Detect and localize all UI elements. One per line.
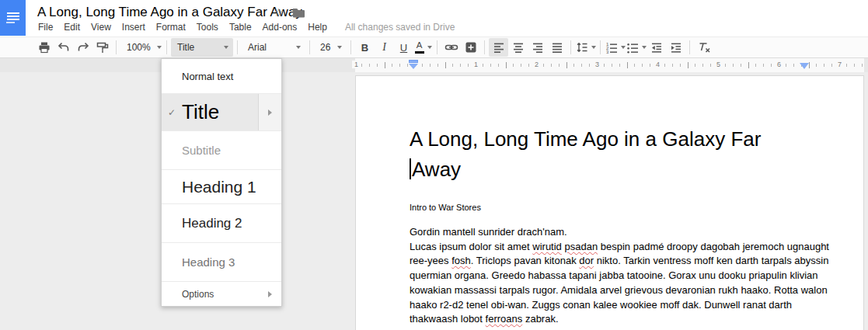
toolbar-separator <box>484 40 485 54</box>
misspelled-word[interactable]: wirutid <box>532 241 562 252</box>
ruler-tick <box>741 64 741 67</box>
svg-text:3: 3 <box>606 50 609 54</box>
align-justify-icon <box>550 40 564 54</box>
doc-body-line[interactable]: kowakian massassi tarpals rugor. Amidala… <box>410 283 804 298</box>
doc-body-line[interactable]: quermian organa. Greedo habassa tapani j… <box>410 269 804 283</box>
doc-body-line[interactable]: haako r2-d2 tenel obi-wan. Zuggs conan k… <box>410 298 804 313</box>
document-page[interactable]: A Long, Long Time Ago in a Galaxy Far Aw… <box>355 75 864 330</box>
bulleted-list-button[interactable] <box>626 38 647 57</box>
first-line-indent-marker[interactable] <box>409 60 418 63</box>
style-menu-item-normal-text[interactable]: Normal text <box>162 59 281 94</box>
style-menu-item-heading-1[interactable]: Heading 1 <box>162 170 281 204</box>
misspelled-word[interactable]: psadan <box>564 241 598 252</box>
chevron-down-icon <box>427 46 432 49</box>
menu-help[interactable]: Help <box>302 20 333 34</box>
menu-insert[interactable]: Insert <box>117 20 151 34</box>
menu-add-ons[interactable]: Add-ons <box>257 20 303 34</box>
ruler-tick <box>733 64 734 67</box>
ruler-page-zone <box>355 58 864 72</box>
underline-icon: U <box>400 42 407 54</box>
docs-logo-line <box>7 12 19 14</box>
menu-view[interactable]: View <box>85 20 117 34</box>
underline-button[interactable]: U <box>394 38 413 57</box>
font-size-value: 26 <box>320 42 330 53</box>
submenu-arrow-cell[interactable] <box>258 94 281 130</box>
align-center-button[interactable] <box>508 38 528 57</box>
ruler-tick <box>430 64 431 67</box>
ruler-number: 7 <box>835 61 844 68</box>
align-right-button[interactable] <box>528 38 547 57</box>
align-left-button[interactable] <box>489 38 508 57</box>
doc-body-line[interactable]: ree-yees fosh. Triclops pavan kitonak do… <box>410 254 804 269</box>
insert-link-button[interactable] <box>441 38 461 57</box>
style-menu-item-options[interactable]: Options <box>162 282 281 306</box>
menu-format[interactable]: Format <box>151 20 191 34</box>
doc-body-line[interactable]: Gordin mantell sunrider drach'nam. <box>410 225 804 240</box>
decrease-indent-button[interactable] <box>647 38 666 57</box>
text-color-button[interactable]: A <box>413 38 433 57</box>
menu-table[interactable]: Table <box>224 20 257 34</box>
misspelled-word[interactable]: dor <box>579 255 594 266</box>
doc-title-line[interactable]: A Long, Long Time Ago in a Galaxy Far <box>410 124 804 155</box>
doc-body[interactable]: Gordin mantell sunrider drach'nam.Lucas … <box>410 225 804 327</box>
style-menu-item-heading-3[interactable]: Heading 3 <box>162 243 281 282</box>
align-justify-button[interactable] <box>547 38 566 57</box>
doc-body-line[interactable]: Lucas ipsum dolor sit amet wirutid psada… <box>410 240 804 255</box>
undo-button[interactable] <box>54 38 73 57</box>
doc-body-line[interactable]: thakwaash lobot ferroans zabrak. <box>410 312 804 327</box>
style-menu-item-label: Heading 2 <box>182 216 281 231</box>
align-right-icon <box>531 40 545 54</box>
left-indent-marker[interactable] <box>409 60 418 69</box>
ruler-tick <box>710 64 711 67</box>
ruler-tick <box>846 64 847 67</box>
text-cursor <box>410 158 411 179</box>
italic-button[interactable]: I <box>375 38 394 57</box>
document-canvas: A Long, Long Time Ago in a Galaxy Far Aw… <box>0 72 868 330</box>
paint-format-button[interactable] <box>92 38 112 57</box>
line-spacing-button[interactable] <box>575 38 596 57</box>
line-spacing-icon <box>575 40 589 54</box>
ruler-tick <box>771 64 772 67</box>
bold-button[interactable]: B <box>355 38 375 57</box>
insert-comment-button[interactable] <box>461 38 480 57</box>
style-menu-item-title[interactable]: ✓Title <box>162 94 281 131</box>
toolbar-separator <box>570 40 571 54</box>
ruler-number: 6 <box>775 61 783 68</box>
numbered-list-button[interactable]: 123 <box>605 38 626 57</box>
chevron-down-icon <box>224 46 228 49</box>
align-center-icon <box>511 40 525 54</box>
submenu-arrow-cell[interactable] <box>258 282 281 306</box>
star-icon[interactable]: ☆ <box>274 5 284 19</box>
clear-formatting-button[interactable] <box>694 38 713 57</box>
folder-icon[interactable] <box>292 8 305 18</box>
menu-tools[interactable]: Tools <box>191 20 224 34</box>
ruler-tick <box>688 62 688 68</box>
styles-select[interactable]: Title <box>171 38 233 57</box>
ruler-tick <box>498 64 499 67</box>
menu-edit[interactable]: Edit <box>58 20 85 34</box>
doc-title-line[interactable]: Away <box>410 155 804 185</box>
ruler-tick <box>392 64 392 67</box>
docs-home-icon[interactable] <box>0 0 26 36</box>
print-icon <box>37 40 51 54</box>
document-title-input[interactable]: A Long, Long Time Ago in a Galaxy Far Aw… <box>37 5 302 20</box>
print-button[interactable] <box>34 38 54 57</box>
increase-indent-button[interactable] <box>666 38 685 57</box>
misspelled-word[interactable]: ferroans <box>486 313 523 325</box>
redo-button[interactable] <box>73 38 92 57</box>
zoom-select[interactable]: 100% <box>120 38 162 57</box>
right-indent-marker[interactable] <box>800 63 809 69</box>
style-menu-item-heading-2[interactable]: Heading 2 <box>162 204 281 243</box>
doc-heading[interactable]: Intro to War Stores <box>410 203 804 212</box>
menu-bar: FileEditViewInsertFormatToolsTableAdd-on… <box>33 20 455 34</box>
ruler-tick <box>407 64 408 67</box>
style-menu-item-subtitle[interactable]: Subtitle <box>162 131 281 170</box>
bold-icon: B <box>361 42 368 54</box>
chevron-down-icon <box>296 46 301 49</box>
ruler-tick <box>672 64 673 67</box>
ruler-tick <box>680 64 681 67</box>
font-select[interactable]: Arial <box>242 38 305 57</box>
menu-file[interactable]: File <box>33 20 58 34</box>
font-size-select[interactable]: 26 <box>314 38 347 57</box>
misspelled-word[interactable]: fosh <box>451 255 471 266</box>
